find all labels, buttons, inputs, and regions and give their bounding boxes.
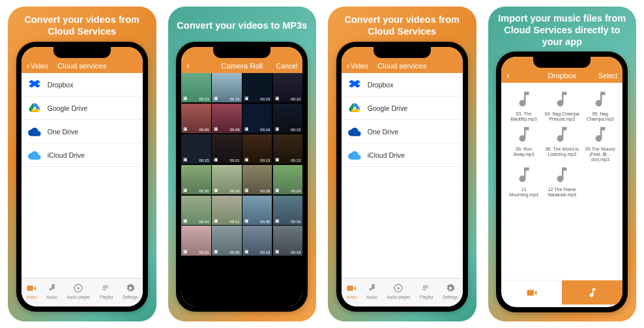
music-file[interactable]: 12 The Flame Naralude.mp3 (544, 165, 581, 198)
video-thumb[interactable]: ▣00:16 (212, 73, 241, 102)
select-button[interactable]: Select (598, 72, 617, 80)
video-thumb[interactable]: ▣00:09 (181, 104, 211, 133)
music-file[interactable]: 09 The Wound (Feat. Bl…dor).mp3 (582, 125, 619, 162)
svg-rect-14 (423, 288, 428, 288)
tab-player[interactable]: Audio player (66, 283, 90, 299)
tabbar: Video Audio Audio player Playlist Settin… (22, 278, 143, 306)
video-thumb[interactable]: ▣00:08 (212, 104, 241, 133)
cancel-button[interactable]: Cancel (276, 62, 298, 70)
music-file[interactable]: 11 Mourning.mp3 (505, 165, 542, 198)
tab-music[interactable] (562, 280, 622, 305)
service-dropbox[interactable]: Dropbox (22, 73, 143, 97)
camera-icon: ▣ (183, 96, 188, 101)
service-label: Google Drive (48, 104, 87, 112)
svg-rect-3 (27, 286, 33, 291)
caption: Import your music files from Cloud Servi… (493, 13, 632, 48)
video-thumb[interactable]: ▣00:30 (212, 226, 241, 255)
tab-video[interactable] (501, 280, 562, 305)
music-note-icon (591, 89, 610, 109)
phone-frame: ‹ Video Cloud services Dropbox Google Dr… (336, 42, 468, 312)
camera-icon: ▣ (275, 249, 280, 254)
onedrive-icon (28, 125, 41, 138)
video-thumb[interactable]: ▣00:13 (181, 73, 211, 102)
video-thumb[interactable]: ▣00:15 (273, 104, 302, 133)
onedrive-icon (348, 125, 361, 138)
camera-icon: ▣ (214, 157, 218, 162)
camera-icon: ▣ (214, 218, 218, 224)
svg-rect-13 (423, 286, 428, 286)
music-file[interactable]: 04. Nag Champa Prelude.mp3 (544, 89, 581, 122)
camera-icon: ▣ (275, 188, 280, 193)
video-thumb[interactable]: ▣00:11 (212, 196, 241, 225)
camera-icon: ▣ (214, 188, 218, 193)
video-thumb[interactable]: ▣00:18 (273, 226, 302, 255)
camera-icon: ▣ (244, 96, 249, 101)
audio-icon (46, 283, 57, 293)
video-thumb[interactable]: ▣00:24 (212, 165, 241, 194)
service-onedrive[interactable]: One Drive (22, 120, 143, 143)
video-thumb[interactable]: ▣00:10 (273, 73, 302, 102)
music-file[interactable]: 08. The World Is Listening.mp3 (544, 125, 581, 162)
tab-audio[interactable]: Audio (366, 283, 377, 299)
gear-icon (125, 283, 136, 293)
tab-playlist[interactable]: Playlist (420, 283, 433, 299)
camera-icon: ▣ (183, 127, 188, 132)
video-thumb[interactable]: ▣00:13 (242, 134, 272, 164)
svg-rect-16 (527, 290, 534, 295)
gear-icon (445, 283, 456, 293)
playlist-icon (101, 283, 111, 293)
cloud-services-list: Dropbox Google Drive One Drive iCloud Dr… (342, 73, 463, 278)
video-thumb[interactable]: ▣00:16 (242, 226, 272, 255)
back-button[interactable]: ‹ Video (347, 61, 368, 70)
tab-video[interactable]: Video (346, 283, 357, 299)
video-thumb[interactable]: ▣00:28 (242, 165, 272, 194)
tab-settings[interactable]: Settings (123, 283, 138, 299)
video-thumb[interactable]: ▣00:15 (181, 134, 211, 164)
back-button[interactable]: ‹ (506, 71, 509, 80)
music-note-icon (552, 89, 572, 109)
music-file[interactable]: 05. Nag Champa.mp3 (582, 89, 619, 122)
video-thumb[interactable]: ▣00:21 (212, 134, 241, 164)
video-thumb[interactable]: ▣00:16 (273, 196, 302, 225)
camera-icon: ▣ (183, 218, 188, 224)
chevron-left-icon: ‹ (506, 71, 509, 80)
camera-icon: ▣ (214, 96, 218, 101)
video-thumb[interactable]: ▣00:21 (181, 226, 211, 255)
camera-icon: ▣ (244, 157, 249, 162)
video-thumb[interactable]: ▣00:19 (242, 104, 272, 133)
phone-frame: ‹ Camera Roll Cancel ▣00:13 ▣00:16 ▣00:2… (176, 42, 308, 312)
svg-rect-7 (103, 290, 106, 290)
tab-settings[interactable]: Settings (443, 283, 458, 299)
service-icloud[interactable]: iCloud Drive (342, 143, 463, 167)
service-gdrive[interactable]: Google Drive (342, 97, 463, 120)
service-onedrive[interactable]: One Drive (342, 120, 463, 143)
screenshot-1: Convert your videos from Cloud Services … (8, 7, 156, 321)
camera-icon: ▣ (275, 157, 280, 162)
svg-rect-11 (347, 286, 353, 291)
music-file[interactable]: 03. The Backflip.mp3 (505, 89, 542, 122)
tab-video[interactable]: Video (26, 283, 37, 299)
music-note-icon (552, 165, 572, 185)
video-thumb[interactable]: ▣00:30 (181, 165, 211, 194)
video-thumb[interactable]: ▣00:24 (273, 165, 302, 194)
video-thumb[interactable]: ▣00:23 (242, 73, 272, 102)
video-thumb[interactable]: ▣00:13 (273, 134, 302, 164)
back-button[interactable]: ‹ Video (27, 61, 48, 70)
back-button[interactable]: ‹ (186, 61, 189, 70)
service-dropbox[interactable]: Dropbox (342, 73, 463, 97)
service-icloud[interactable]: iCloud Drive (22, 143, 143, 167)
chevron-left-icon: ‹ (347, 61, 349, 70)
player-icon (393, 283, 403, 293)
video-thumb[interactable]: ▣00:30 (242, 196, 272, 225)
camera-icon: ▣ (214, 249, 218, 254)
tab-audio[interactable]: Audio (46, 283, 57, 299)
caption: Convert your videos from Cloud Services (333, 13, 471, 38)
screen: ‹ Dropbox Select 03. The Backflip.mp3 04… (501, 57, 622, 307)
icloud-icon (348, 149, 361, 162)
tab-playlist[interactable]: Playlist (100, 283, 113, 299)
notch (213, 46, 271, 58)
video-thumb[interactable]: ▣00:14 (181, 196, 211, 225)
service-gdrive[interactable]: Google Drive (22, 97, 143, 120)
tab-player[interactable]: Audio player (387, 283, 410, 299)
music-file[interactable]: 06. Run Away.mp3 (505, 125, 542, 162)
